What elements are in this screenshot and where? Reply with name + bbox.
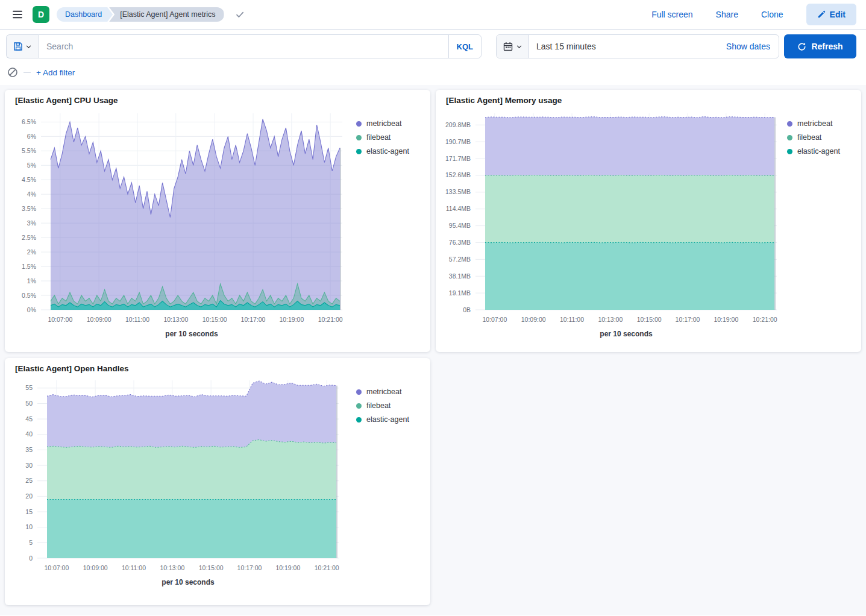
svg-text:per 10 seconds: per 10 seconds xyxy=(600,330,653,338)
filter-divider xyxy=(24,72,31,73)
legend-dot-icon xyxy=(356,389,362,395)
svg-text:10:11:00: 10:11:00 xyxy=(122,564,146,571)
legend-item-metricbeat[interactable]: metricbeat xyxy=(356,119,424,128)
legend-label: filebeat xyxy=(797,133,821,142)
legend-dot-icon xyxy=(356,121,362,127)
svg-text:10: 10 xyxy=(25,523,33,530)
search-box: KQL xyxy=(39,34,482,58)
search-input[interactable] xyxy=(39,35,448,58)
breadcrumb-dashboard[interactable]: Dashboard xyxy=(57,7,113,22)
legend-item-elastic-agent[interactable]: elastic-agent xyxy=(356,147,424,156)
svg-text:10:17:00: 10:17:00 xyxy=(676,316,700,323)
svg-text:45: 45 xyxy=(25,415,33,423)
legend-item-metricbeat[interactable]: metricbeat xyxy=(356,388,424,396)
refresh-button[interactable]: Refresh xyxy=(784,34,856,58)
svg-text:4.5%: 4.5% xyxy=(22,176,36,183)
svg-text:2.5%: 2.5% xyxy=(22,234,36,241)
legend-item-elastic-agent[interactable]: elastic-agent xyxy=(787,147,855,156)
panel-title: [Elastic Agent] Open Handles xyxy=(15,364,427,373)
svg-text:per 10 seconds: per 10 seconds xyxy=(165,330,218,338)
calendar-icon xyxy=(503,42,513,51)
chart-area: 0B19.1MB38.1MB57.2MB76.3MB95.4MB114.4MB1… xyxy=(441,106,858,352)
add-filter-button[interactable]: + Add filter xyxy=(36,68,75,77)
refresh-button-label: Refresh xyxy=(811,42,842,51)
svg-text:50: 50 xyxy=(25,400,33,407)
check-icon xyxy=(235,10,245,19)
full-screen-button[interactable]: Full screen xyxy=(651,10,692,19)
saved-query-menu-button[interactable] xyxy=(6,34,39,58)
svg-text:10:13:00: 10:13:00 xyxy=(163,316,188,323)
memory-usage-chart[interactable]: 0B19.1MB38.1MB57.2MB76.3MB95.4MB114.4MB1… xyxy=(441,106,787,352)
save-icon xyxy=(13,42,23,51)
chart-area: 051015202530354045505510:07:0010:09:0010… xyxy=(10,374,427,601)
pencil-icon xyxy=(817,10,826,19)
legend-item-filebeat[interactable]: filebeat xyxy=(356,133,424,142)
legend-dot-icon xyxy=(356,149,362,154)
time-range-value[interactable]: Last 15 minutes xyxy=(529,35,718,58)
date-picker: Last 15 minutes Show dates xyxy=(496,34,779,58)
open-handles-chart[interactable]: 051015202530354045505510:07:0010:09:0010… xyxy=(10,374,356,601)
chevron-down-icon xyxy=(25,43,32,50)
svg-text:55: 55 xyxy=(25,384,33,391)
svg-text:190.7MB: 190.7MB xyxy=(445,138,471,145)
legend-item-elastic-agent[interactable]: elastic-agent xyxy=(356,415,424,424)
svg-text:10:13:00: 10:13:00 xyxy=(598,316,623,323)
chevron-down-icon xyxy=(516,43,522,50)
svg-text:10:07:00: 10:07:00 xyxy=(44,564,69,571)
svg-text:10:19:00: 10:19:00 xyxy=(714,316,738,323)
space-avatar[interactable]: D xyxy=(33,6,49,23)
legend-dot-icon xyxy=(787,121,792,127)
breadcrumb-current-page: [Elastic Agent] Agent metrics xyxy=(109,7,224,22)
legend-dot-icon xyxy=(787,149,792,154)
cpu-usage-chart[interactable]: 0%0.5%1%1.5%2%2.5%3%3.5%4%4.5%5%5.5%6%6.… xyxy=(10,106,356,352)
svg-text:20: 20 xyxy=(25,492,33,500)
panel-open-handles: [Elastic Agent] Open Handles 05101520253… xyxy=(5,358,430,605)
share-button[interactable]: Share xyxy=(716,10,738,19)
svg-text:5.5%: 5.5% xyxy=(22,147,36,154)
header-bar: D Dashboard [Elastic Agent] Agent metric… xyxy=(0,0,866,30)
svg-text:10:19:00: 10:19:00 xyxy=(279,316,304,323)
breadcrumb: Dashboard [Elastic Agent] Agent metrics xyxy=(57,7,224,22)
circle-slash-icon[interactable] xyxy=(7,67,18,78)
legend-label: metricbeat xyxy=(366,119,401,128)
svg-text:10:17:00: 10:17:00 xyxy=(241,316,266,323)
svg-text:209.8MB: 209.8MB xyxy=(445,121,471,128)
legend-item-filebeat[interactable]: filebeat xyxy=(356,401,424,410)
svg-text:95.4MB: 95.4MB xyxy=(449,222,471,229)
svg-text:171.7MB: 171.7MB xyxy=(445,155,471,162)
svg-text:10:11:00: 10:11:00 xyxy=(125,316,149,323)
svg-text:5%: 5% xyxy=(27,162,36,169)
legend-label: elastic-agent xyxy=(366,147,409,156)
svg-text:10:21:00: 10:21:00 xyxy=(318,316,343,323)
svg-text:1%: 1% xyxy=(27,277,36,284)
legend-label: metricbeat xyxy=(366,388,401,396)
svg-text:25: 25 xyxy=(25,477,33,484)
show-dates-button[interactable]: Show dates xyxy=(718,35,779,58)
svg-text:3.5%: 3.5% xyxy=(22,205,36,212)
legend-item-filebeat[interactable]: filebeat xyxy=(787,133,855,142)
svg-text:6.5%: 6.5% xyxy=(22,118,36,125)
clone-button[interactable]: Clone xyxy=(761,10,783,19)
chart-svg: 051015202530354045505510:07:0010:09:0010… xyxy=(10,374,356,599)
panel-title: [Elastic Agent] CPU Usage xyxy=(15,96,427,105)
svg-text:57.2MB: 57.2MB xyxy=(449,256,471,263)
svg-text:0%: 0% xyxy=(27,306,36,313)
svg-text:76.3MB: 76.3MB xyxy=(449,239,471,246)
svg-text:10:09:00: 10:09:00 xyxy=(87,316,111,323)
kql-language-button[interactable]: KQL xyxy=(448,35,481,58)
svg-text:40: 40 xyxy=(25,430,33,438)
svg-text:133.5MB: 133.5MB xyxy=(445,188,471,195)
filter-bar: + Add filter xyxy=(0,63,866,85)
panel-memory-usage: [Elastic Agent] Memory usage 0B19.1MB38.… xyxy=(436,90,861,352)
edit-button[interactable]: Edit xyxy=(806,4,856,25)
hamburger-menu-button[interactable] xyxy=(10,7,25,22)
chart-area: 0%0.5%1%1.5%2%2.5%3%3.5%4%4.5%5%5.5%6%6.… xyxy=(10,106,427,352)
svg-text:per 10 seconds: per 10 seconds xyxy=(162,578,215,586)
legend-item-metricbeat[interactable]: metricbeat xyxy=(787,119,855,128)
svg-text:10:11:00: 10:11:00 xyxy=(560,316,584,323)
date-quick-select-button[interactable] xyxy=(497,35,529,58)
refresh-icon xyxy=(797,42,806,51)
svg-text:10:21:00: 10:21:00 xyxy=(753,316,777,323)
svg-text:38.1MB: 38.1MB xyxy=(449,272,471,280)
svg-text:30: 30 xyxy=(25,462,33,469)
